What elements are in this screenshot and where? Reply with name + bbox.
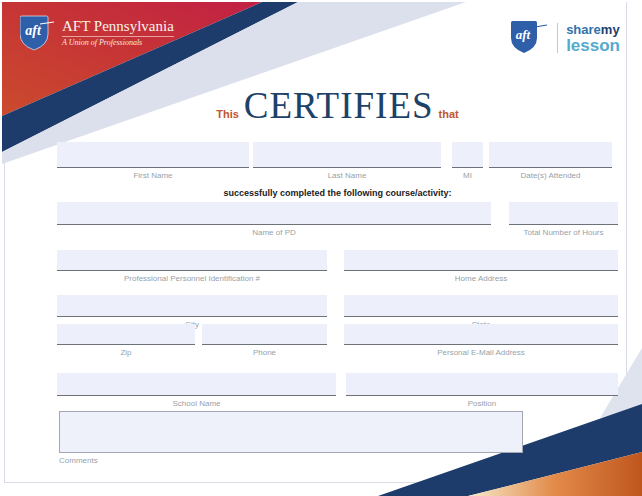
field-first-name: First Name: [57, 142, 249, 180]
field-total-hours: Total Number of Hours: [509, 202, 618, 237]
last-name-input[interactable]: [253, 142, 441, 168]
zip-input[interactable]: [57, 324, 195, 345]
sml-my-text: my: [601, 22, 620, 37]
ppid-label: Professional Personnel Identification #: [57, 274, 327, 283]
name-of-pd-label: Name of PD: [57, 228, 491, 237]
field-name-of-pd: Name of PD: [57, 202, 491, 237]
mi-input[interactable]: [452, 142, 483, 168]
field-position: Position: [346, 373, 618, 408]
position-input[interactable]: [346, 373, 618, 396]
title-this: This: [216, 108, 239, 120]
field-school-name: School Name: [57, 373, 336, 408]
svg-text:aft: aft: [516, 27, 531, 42]
svg-text:aft: aft: [25, 23, 42, 38]
certificate-page: aft AFT Pennsylvania A Union of Professi…: [0, 0, 642, 496]
ppid-input[interactable]: [57, 250, 327, 271]
home-address-input[interactable]: [344, 250, 618, 271]
comments-label: Comments: [59, 456, 523, 465]
first-name-label: First Name: [57, 171, 249, 180]
aft-pennsylvania-logo: aft AFT Pennsylvania A Union of Professi…: [20, 15, 174, 53]
dates-attended-input[interactable]: [489, 142, 612, 168]
field-phone: Phone: [202, 324, 327, 357]
position-label: Position: [346, 399, 618, 408]
aft-pa-name: AFT Pennsylvania: [62, 19, 174, 35]
field-comments: Comments: [59, 411, 523, 465]
state-input[interactable]: [344, 295, 618, 317]
field-home-address: Home Address: [344, 250, 618, 283]
field-mi: MI: [452, 142, 483, 180]
total-hours-label: Total Number of Hours: [509, 228, 618, 237]
home-address-label: Home Address: [344, 274, 618, 283]
email-input[interactable]: [344, 324, 618, 345]
field-ppid: Professional Personnel Identification #: [57, 250, 327, 283]
share-my-lesson-logo: aft sharemy lesson: [511, 20, 620, 56]
name-of-pd-input[interactable]: [57, 202, 491, 225]
field-dates-attended: Date(s) Attended: [489, 142, 612, 180]
certificate-title: This CERTIFIES that: [57, 84, 618, 127]
field-last-name: Last Name: [253, 142, 441, 180]
school-name-input[interactable]: [57, 373, 336, 396]
total-hours-input[interactable]: [509, 202, 618, 225]
last-name-label: Last Name: [253, 171, 441, 180]
sml-aft-shield-icon: aft: [511, 20, 549, 56]
field-email: Personal E-Mail Address: [344, 324, 618, 357]
school-name-label: School Name: [57, 399, 336, 408]
phone-input[interactable]: [202, 324, 327, 345]
city-input[interactable]: [57, 295, 327, 317]
field-zip: Zip: [57, 324, 195, 357]
title-certifies: CERTIFIES: [244, 84, 434, 127]
comments-input[interactable]: [59, 411, 523, 453]
mi-label: MI: [452, 171, 483, 180]
title-that: that: [439, 108, 459, 120]
phone-label: Phone: [202, 348, 327, 357]
sml-lesson-text: lesson: [566, 37, 620, 54]
sml-share-text: share: [566, 22, 601, 37]
course-completion-statement: successfully completed the following cou…: [57, 188, 618, 198]
email-label: Personal E-Mail Address: [344, 348, 618, 357]
aft-shield-icon: aft: [20, 15, 54, 53]
dates-attended-label: Date(s) Attended: [489, 171, 612, 180]
sml-logo-divider: [557, 23, 558, 53]
aft-pa-tagline: A Union of Professionals: [62, 36, 174, 47]
first-name-input[interactable]: [57, 142, 249, 168]
zip-label: Zip: [57, 348, 195, 357]
